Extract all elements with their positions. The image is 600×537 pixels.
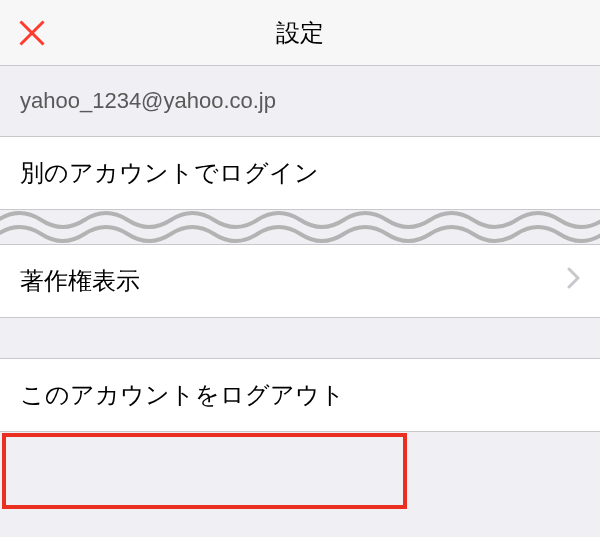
close-icon[interactable] <box>18 19 46 47</box>
login-other-label: 別のアカウントでログイン <box>20 157 319 189</box>
header: 設定 <box>0 0 600 66</box>
section-spacer <box>0 318 600 358</box>
login-other-account-row[interactable]: 別のアカウントでログイン <box>0 136 600 210</box>
logout-label: このアカウントをログアウト <box>20 379 345 411</box>
chevron-right-icon <box>567 267 580 295</box>
content-break-divider <box>0 210 600 244</box>
page-title: 設定 <box>276 17 324 49</box>
logout-row[interactable]: このアカウントをログアウト <box>0 358 600 432</box>
annotation-highlight-box <box>2 433 407 509</box>
account-email-label: yahoo_1234@yahoo.co.jp <box>0 66 600 136</box>
copyright-label: 著作権表示 <box>20 265 140 297</box>
copyright-row[interactable]: 著作権表示 <box>0 244 600 318</box>
